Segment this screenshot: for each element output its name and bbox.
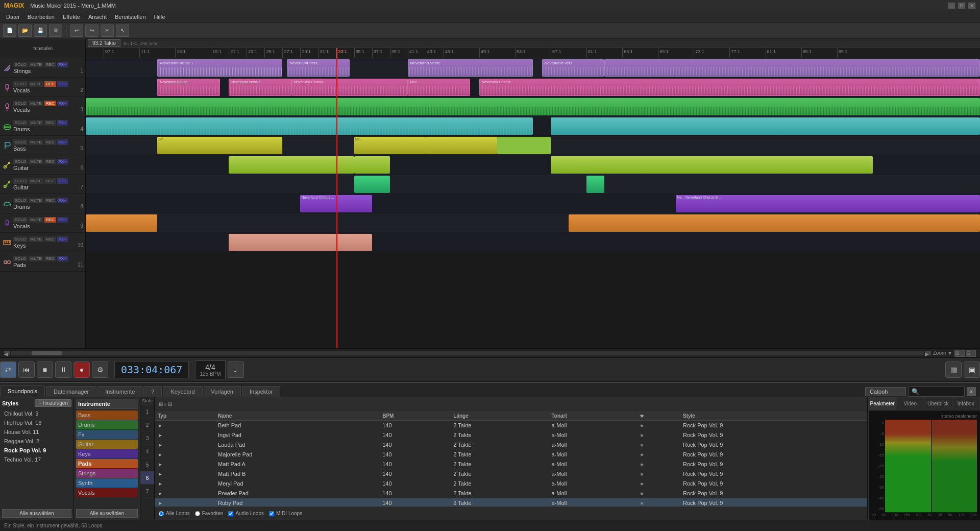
- inst-fx[interactable]: Fx: [76, 430, 138, 439]
- clip[interactable]: Neverland Verse 1...: [229, 79, 291, 96]
- track-solo-11[interactable]: SOLO: [13, 256, 28, 261]
- clip[interactable]: [86, 98, 980, 115]
- col-laenge[interactable]: Länge: [450, 412, 548, 421]
- inst-strings[interactable]: Strings: [76, 469, 138, 478]
- track-solo-6[interactable]: SOLO: [13, 159, 28, 164]
- tab-keyboard[interactable]: Keyboard: [163, 386, 202, 397]
- rtab-peakmeter[interactable]: Peakmeter: [869, 397, 897, 410]
- tb-undo[interactable]: ↩: [70, 25, 83, 37]
- style-item-4[interactable]: Rock Pop Vol. 9: [2, 446, 71, 455]
- star-5[interactable]: ★: [640, 471, 644, 477]
- rtab-uberblick[interactable]: Überblick: [924, 397, 952, 410]
- clip[interactable]: [86, 117, 533, 135]
- clip[interactable]: Neverland Chorus...: [291, 79, 408, 96]
- loop-row-4[interactable]: ► Matt Pad A 140 2 Takte a-Moll ★ Rock P…: [155, 460, 867, 469]
- inst-bass[interactable]: Bass: [76, 411, 138, 420]
- loop-row-2[interactable]: ► Lauda Pad 140 2 Takte a-Moll ★ Rock Po…: [155, 440, 867, 450]
- filter-audio-loops[interactable]: Audio Loops: [228, 511, 264, 516]
- play-meryl-pad[interactable]: ►: [158, 481, 163, 487]
- track-mute-3[interactable]: MUTE: [29, 101, 43, 106]
- rtab-infobox[interactable]: Infobox: [952, 397, 981, 410]
- tb-settings[interactable]: ⚙: [49, 25, 62, 37]
- track-fx-11[interactable]: FX+: [57, 256, 68, 261]
- close-button[interactable]: ×: [968, 2, 976, 9]
- star-7[interactable]: ★: [640, 491, 644, 496]
- stufe-2[interactable]: 2: [140, 418, 154, 431]
- clip[interactable]: Ne... Neverland Chorus B ...: [676, 195, 980, 212]
- col-star[interactable]: ★: [636, 412, 680, 421]
- play-majorelle-pad[interactable]: ►: [158, 452, 163, 457]
- clip[interactable]: Neverland Chorus...: [479, 79, 980, 96]
- stufe-5[interactable]: 5: [140, 458, 154, 471]
- clip[interactable]: Neverland Vers...: [542, 59, 605, 77]
- clip[interactable]: Neverland Verse ...: [408, 59, 533, 77]
- search-close[interactable]: ×: [967, 387, 976, 396]
- filter-alle-loops[interactable]: Alle Loops: [159, 511, 190, 516]
- track-mute-5[interactable]: MUTE: [29, 139, 43, 145]
- track-rec-4[interactable]: REC: [44, 120, 56, 126]
- filter-favoriten[interactable]: Favoriten: [195, 511, 224, 516]
- zoom-in[interactable]: ⊞: [954, 350, 965, 357]
- track-fx-7[interactable]: FX+: [57, 178, 68, 184]
- zoom-out[interactable]: ⊟: [966, 350, 976, 357]
- hscroll-thumb[interactable]: [32, 351, 62, 355]
- track-rec-3[interactable]: REC: [44, 101, 56, 106]
- tb-redo[interactable]: ↪: [85, 25, 99, 37]
- track-solo-3[interactable]: SOLO: [13, 101, 28, 106]
- star-3[interactable]: ★: [640, 452, 644, 457]
- add-style-button[interactable]: + hinzufügen: [35, 399, 71, 407]
- track-mute-4[interactable]: MUTE: [29, 120, 43, 126]
- stufe-6[interactable]: 6: [140, 471, 154, 485]
- col-bpm[interactable]: BPM: [379, 412, 450, 421]
- play-matt-pad-b[interactable]: ►: [158, 471, 163, 477]
- catooh-label[interactable]: Catooh: [865, 387, 906, 396]
- tab-inspektor[interactable]: Inspektor: [242, 386, 280, 397]
- maximize-button[interactable]: □: [958, 2, 966, 9]
- play-ruby-pad[interactable]: ►: [158, 500, 163, 506]
- tb-save[interactable]: 💾: [34, 25, 47, 37]
- track-fx-4[interactable]: FX+: [57, 120, 68, 126]
- track-solo-4[interactable]: SOLO: [13, 120, 28, 126]
- lane-9[interactable]: [86, 213, 980, 233]
- stufe-7[interactable]: 7: [140, 485, 154, 498]
- track-mute-2[interactable]: MUTE: [29, 81, 43, 87]
- clip[interactable]: [569, 214, 980, 232]
- tab-help[interactable]: ?: [143, 386, 162, 397]
- track-solo-8[interactable]: SOLO: [13, 198, 28, 203]
- track-solo-10[interactable]: SOLO: [13, 236, 28, 242]
- loop-row-6[interactable]: ► Meryl Pad 140 2 Takte a-Moll ★ Rock Po…: [155, 479, 867, 489]
- col-style[interactable]: Style: [680, 412, 867, 421]
- track-solo-5[interactable]: SOLO: [13, 139, 28, 145]
- clip[interactable]: Neverland Chorus ...: [300, 195, 372, 212]
- menu-bereitstellen[interactable]: Bereitstellen: [111, 13, 150, 21]
- scroll-left[interactable]: ◀: [4, 351, 10, 355]
- star-8[interactable]: ★: [640, 500, 644, 506]
- clip[interactable]: Neverland Vers...: [287, 59, 350, 77]
- clip[interactable]: Str...: [157, 137, 282, 154]
- loop-row-3[interactable]: ► Majorelle Pad 140 2 Takte a-Moll ★ Roc…: [155, 450, 867, 460]
- col-typ[interactable]: Typ: [155, 412, 215, 421]
- clip[interactable]: [604, 59, 980, 77]
- tb-open[interactable]: 📂: [18, 25, 32, 37]
- lane-1[interactable]: Neverland Verse 1... Neverland Vers... N…: [86, 58, 980, 78]
- style-item-1[interactable]: HipHop Vol. 16: [2, 418, 71, 427]
- play-ingvi-pad[interactable]: ►: [158, 432, 163, 438]
- lane-5[interactable]: Str... Str...: [86, 136, 980, 155]
- track-rec-5[interactable]: REC: [44, 139, 56, 145]
- track-rec-9[interactable]: REC: [44, 217, 56, 223]
- track-rec-11[interactable]: REC: [44, 256, 56, 261]
- clip[interactable]: [229, 156, 354, 174]
- stufe-4[interactable]: 4: [140, 445, 154, 458]
- ruler[interactable]: 93:2 Takte 6-, 1-C, 3-e, 5-G 07:1 11:1 1…: [86, 39, 980, 58]
- filter-midi-loops[interactable]: MIDI Loops: [269, 511, 302, 516]
- track-solo-1[interactable]: SOLO: [13, 62, 28, 67]
- track-mute-8[interactable]: MUTE: [29, 198, 43, 203]
- track-fx-10[interactable]: FX+: [57, 236, 68, 242]
- track-rec-2[interactable]: REC: [44, 81, 56, 87]
- clip[interactable]: [497, 137, 551, 154]
- track-solo-2[interactable]: SOLO: [13, 81, 28, 87]
- inst-guitar[interactable]: Guitar: [76, 440, 138, 449]
- tb-cursor[interactable]: ↖: [116, 25, 129, 37]
- track-fx-5[interactable]: FX+: [57, 139, 68, 145]
- transport-pause[interactable]: ⏸: [55, 361, 71, 378]
